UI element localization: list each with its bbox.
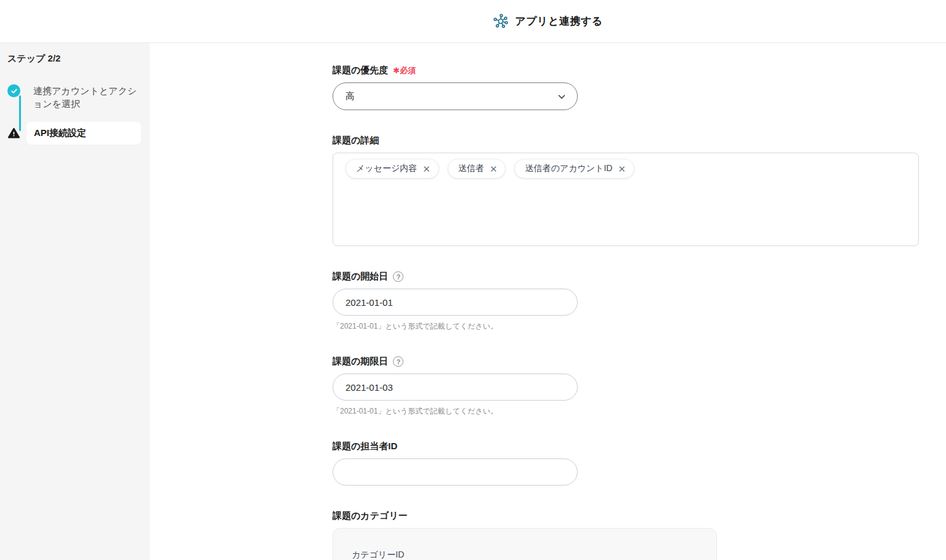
help-icon[interactable]: ?	[393, 356, 403, 367]
network-hub-icon	[493, 14, 509, 30]
due-date-helper: 「2021-01-01」という形式で記載してください。	[333, 406, 946, 417]
close-icon[interactable]: ✕	[618, 164, 626, 174]
category-group: カテゴリーID	[333, 528, 717, 560]
details-label: 課題の詳細	[333, 135, 379, 146]
category-id-label: カテゴリーID	[352, 550, 698, 560]
sidebar-step-account-action[interactable]: 連携アカウントとアクションを選択	[7, 84, 141, 110]
priority-label: 課題の優先度	[333, 65, 388, 76]
check-circle-icon	[7, 84, 20, 97]
required-badge: ✱必須	[393, 65, 416, 76]
tag-label: 送信者のアカウントID	[525, 163, 612, 174]
assignee-id-label: 課題の担当者ID	[333, 441, 397, 452]
priority-selected-value: 高	[346, 90, 556, 102]
tag-sender: 送信者 ✕	[448, 159, 506, 178]
warning-triangle-icon	[7, 127, 20, 140]
close-icon[interactable]: ✕	[422, 164, 431, 174]
category-label: 課題のカテゴリー	[333, 510, 408, 522]
tag-label: 送信者	[458, 163, 484, 174]
details-textarea[interactable]: メッセージ内容 ✕ 送信者 ✕ 送信者のアカウントID ✕	[333, 153, 919, 246]
tag-sender-account-id: 送信者のアカウントID ✕	[514, 159, 634, 178]
due-date-input[interactable]	[333, 374, 578, 401]
sidebar-step-api-settings[interactable]: API接続設定	[7, 122, 141, 145]
step-counter: ステップ 2/2	[7, 53, 141, 65]
close-icon[interactable]: ✕	[490, 164, 498, 174]
app-header: アプリと連携する	[0, 0, 946, 43]
step-sidebar: ステップ 2/2 連携アカウントとアクションを選択	[0, 43, 150, 560]
step-label: 連携アカウントとアクションを選択	[33, 84, 141, 110]
start-date-label: 課題の開始日	[333, 271, 388, 282]
priority-select[interactable]: 高	[333, 82, 578, 110]
tag-message-content: メッセージ内容 ✕	[346, 159, 439, 178]
active-step-card: API接続設定	[26, 122, 141, 145]
assignee-id-input[interactable]	[333, 458, 578, 486]
due-date-label: 課題の期限日	[333, 356, 388, 367]
chevron-down-icon	[556, 91, 567, 102]
start-date-helper: 「2021-01-01」という形式で記載してください。	[333, 321, 946, 332]
api-settings-form: 課題の優先度 ✱必須 高 課題の詳細 メッセージ内容 ✕	[150, 43, 946, 560]
page-title: アプリと連携する	[515, 14, 602, 28]
tag-label: メッセージ内容	[356, 163, 417, 174]
start-date-input[interactable]	[333, 289, 578, 316]
help-icon[interactable]: ?	[393, 271, 403, 282]
